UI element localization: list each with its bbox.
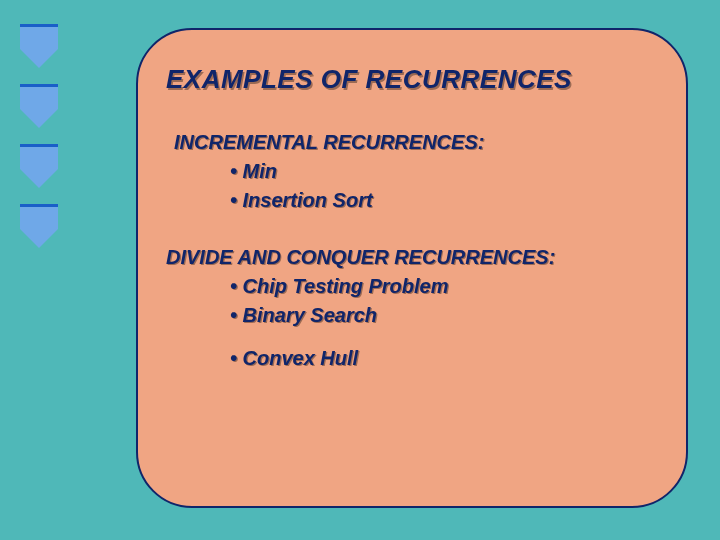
list-item: • Convex Hull [230, 347, 658, 370]
svg-marker-1 [20, 27, 58, 68]
svg-marker-3 [20, 87, 58, 128]
list-item: • Chip Testing Problem [230, 275, 658, 298]
slide: EXAMPLES OF RECURRENCES INCREMENTAL RECU… [0, 0, 720, 540]
section-heading-incremental: INCREMENTAL RECURRENCES: [174, 131, 658, 154]
slide-title: EXAMPLES OF RECURRENCES [166, 64, 658, 95]
chevron-decoration-icon [20, 84, 58, 130]
chevron-decoration-icon [20, 204, 58, 250]
list-item: • Insertion Sort [230, 189, 658, 212]
list-item: • Min [230, 160, 658, 183]
list-item: • Binary Search [230, 304, 658, 327]
svg-marker-7 [20, 207, 58, 248]
section-heading-divide-conquer: DIVIDE AND CONQUER RECURRENCES: [166, 246, 658, 269]
chevron-decoration-icon [20, 24, 58, 70]
chevron-decoration-icon [20, 144, 58, 190]
content-card: EXAMPLES OF RECURRENCES INCREMENTAL RECU… [136, 28, 688, 508]
svg-marker-5 [20, 147, 58, 188]
